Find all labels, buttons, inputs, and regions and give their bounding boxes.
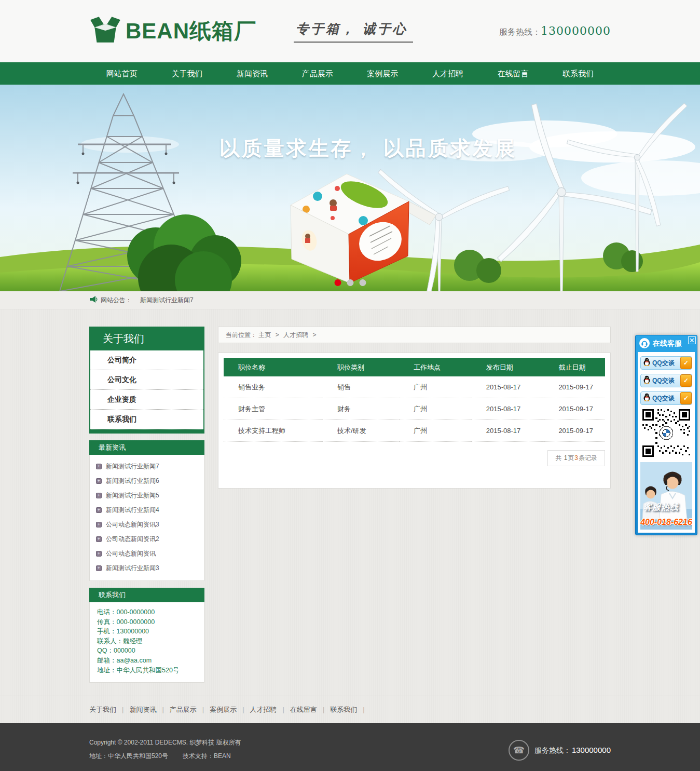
news-list-item[interactable]: 公司动态新闻资讯 bbox=[90, 546, 204, 561]
sidebar-item-company-culture[interactable]: 公司文化 bbox=[90, 370, 203, 390]
announcement-bar: 网站公告： 新闻测试行业新闻7 bbox=[0, 291, 700, 309]
plus-icon bbox=[96, 464, 102, 469]
service-hotline-number: 400-018-6216 bbox=[640, 518, 692, 527]
foot-link-news[interactable]: 新闻资讯 bbox=[129, 706, 156, 713]
qq-chat-button[interactable]: QQ交谈 bbox=[640, 391, 692, 405]
page-count: 1 bbox=[564, 454, 568, 462]
sidebar-item-company-profile[interactable]: 公司简介 bbox=[90, 350, 203, 370]
speaker-icon bbox=[89, 296, 98, 305]
contact-qq: QQ：000000 bbox=[97, 646, 197, 656]
logo-text: BEAN纸箱厂 bbox=[126, 17, 256, 46]
slider-dot-1[interactable] bbox=[334, 279, 341, 286]
jobs-col-location: 工作地点 bbox=[399, 358, 472, 376]
sidebar-item-contact-us[interactable]: 联系我们 bbox=[90, 410, 203, 429]
footer-separator: | bbox=[242, 706, 244, 713]
online-service-panel: 在线客服 QQ交谈 bbox=[635, 335, 697, 535]
news-list-item[interactable]: 新闻测试行业新闻7 bbox=[90, 459, 204, 474]
foot-link-guestbook[interactable]: 在线留言 bbox=[290, 706, 317, 713]
contact-person: 联系人：魏经理 bbox=[97, 637, 197, 646]
hotline-number: 130000000 bbox=[541, 24, 611, 37]
breadcrumb-separator: > bbox=[276, 331, 279, 339]
jobs-col-deadline: 截止日期 bbox=[544, 358, 605, 376]
banner-headline: 以质量求生存， 以品质求发展 bbox=[0, 134, 700, 163]
nav-item-news[interactable]: 新闻资讯 bbox=[219, 62, 285, 85]
header-hotline: 服务热线： 130000000 bbox=[499, 24, 611, 38]
foot-link-cases[interactable]: 案例展示 bbox=[210, 706, 237, 713]
footer-hotline-number: 130000000 bbox=[572, 746, 611, 754]
contact-phone: 电话：000-0000000 bbox=[97, 607, 197, 617]
service-panel-title: 在线客服 bbox=[653, 339, 682, 348]
contact-fax: 传真：000-0000000 bbox=[97, 617, 197, 627]
banner-illustration bbox=[0, 85, 700, 291]
slider-dot-3[interactable] bbox=[359, 279, 366, 286]
nav-item-contact[interactable]: 联系我们 bbox=[545, 62, 611, 85]
site-logo[interactable]: BEAN纸箱厂 bbox=[89, 16, 256, 47]
foot-link-about[interactable]: 关于我们 bbox=[89, 706, 116, 713]
plus-icon bbox=[96, 536, 102, 542]
contact-email: 邮箱：aa@aa.com bbox=[97, 656, 197, 666]
news-list-item[interactable]: 新闻测试行业新闻5 bbox=[90, 488, 204, 503]
footer-support: 技术支持：BEAN bbox=[183, 752, 231, 760]
jobs-col-title: 职位名称 bbox=[224, 358, 323, 376]
announcement-link[interactable]: 新闻测试行业新闻7 bbox=[140, 296, 194, 305]
qq-chat-label: QQ交谈 bbox=[652, 359, 675, 368]
plus-icon bbox=[96, 565, 102, 571]
foot-link-contact[interactable]: 联系我们 bbox=[330, 706, 357, 713]
news-list-item[interactable]: 公司动态新闻资讯3 bbox=[90, 517, 204, 532]
main-area: 关于我们 公司简介 公司文化 企业资质 联系我们 最新资讯 新闻测试行业新闻7 … bbox=[0, 309, 700, 696]
news-list-item[interactable]: 新闻测试行业新闻6 bbox=[90, 474, 204, 488]
nav-item-home[interactable]: 网站首页 bbox=[89, 62, 155, 85]
qq-penguin-icon bbox=[643, 393, 651, 403]
qq-verified-badge-icon bbox=[680, 392, 692, 404]
footer-hotline-label: 服务热线： bbox=[534, 746, 571, 755]
qr-code bbox=[642, 409, 690, 457]
foot-link-products[interactable]: 产品展示 bbox=[170, 706, 197, 713]
breadcrumb-home[interactable]: 主页 bbox=[258, 331, 271, 339]
headset-icon bbox=[639, 338, 650, 350]
nav-item-jobs[interactable]: 人才招聘 bbox=[415, 62, 481, 85]
hero-banner: 以质量求生存， 以品质求发展 bbox=[0, 85, 700, 291]
nav-item-cases[interactable]: 案例展示 bbox=[350, 62, 416, 85]
about-box: 关于我们 公司简介 公司文化 企业资质 联系我们 bbox=[89, 327, 204, 434]
pagination: 共 1页3条记录 bbox=[224, 450, 605, 466]
qq-penguin-icon bbox=[643, 375, 651, 386]
jobs-table: 职位名称 职位类别 工作地点 发布日期 截止日期 销售业务 销售 广州 2015 bbox=[224, 358, 605, 442]
slider-dot-2[interactable] bbox=[347, 279, 353, 286]
qq-chat-button[interactable]: QQ交谈 bbox=[640, 356, 692, 370]
plus-icon bbox=[96, 493, 102, 498]
table-row: 技术支持工程师 技术/研发 广州 2015-08-17 2015-09-17 bbox=[224, 420, 605, 442]
footer-separator: | bbox=[162, 706, 163, 713]
foot-link-jobs[interactable]: 人才招聘 bbox=[250, 706, 277, 713]
news-list-item[interactable]: 新闻测试行业新闻4 bbox=[90, 503, 204, 517]
jobs-col-category: 职位类别 bbox=[323, 358, 399, 376]
record-count: 3 bbox=[574, 454, 578, 462]
close-icon[interactable] bbox=[688, 336, 696, 344]
sidebar-item-qualifications[interactable]: 企业资质 bbox=[90, 390, 203, 410]
site-header: BEAN纸箱厂 专于箱， 诚于心 服务热线： 130000000 bbox=[0, 0, 700, 62]
announcement-label: 网站公告： bbox=[101, 296, 132, 305]
nav-item-about[interactable]: 关于我们 bbox=[155, 62, 220, 85]
footer-separator: | bbox=[323, 706, 324, 713]
nav-item-guestbook[interactable]: 在线留言 bbox=[481, 62, 546, 85]
contact-address: 地址：中华人民共和国520号 bbox=[97, 666, 197, 675]
footer-separator: | bbox=[202, 706, 204, 713]
plus-icon bbox=[96, 478, 102, 484]
contact-box: 联系我们 电话：000-0000000 传真：000-0000000 手机：13… bbox=[89, 588, 204, 683]
news-list-item[interactable]: 公司动态新闻资讯2 bbox=[90, 532, 204, 546]
plus-icon bbox=[96, 522, 102, 527]
footer-separator: | bbox=[283, 706, 284, 713]
jobs-header-row: 职位名称 职位类别 工作地点 发布日期 截止日期 bbox=[224, 358, 605, 376]
latest-news-box: 最新资讯 新闻测试行业新闻7 新闻测试行业新闻6 新闻测试行业新闻5 新闻测试行… bbox=[89, 440, 204, 581]
breadcrumb-current[interactable]: 人才招聘 bbox=[283, 331, 308, 339]
main-nav: 网站首页 关于我们 新闻资讯 产品展示 案例展示 人才招聘 在线留言 联系我们 bbox=[0, 62, 700, 85]
plus-icon bbox=[96, 551, 102, 557]
qq-chat-label: QQ交谈 bbox=[652, 394, 675, 403]
breadcrumb-separator: > bbox=[312, 331, 316, 339]
qq-chat-button[interactable]: QQ交谈 bbox=[640, 374, 692, 387]
nav-item-products[interactable]: 产品展示 bbox=[285, 62, 350, 85]
page-footer: Copyright © 2002-2011 DEDECMS. 织梦科技 版权所有… bbox=[0, 723, 700, 771]
jobs-panel: 职位名称 职位类别 工作地点 发布日期 截止日期 销售业务 销售 广州 2015 bbox=[218, 353, 611, 489]
latest-news-title: 最新资讯 bbox=[89, 440, 204, 455]
news-list-item[interactable]: 新闻测试行业新闻3 bbox=[90, 561, 204, 575]
qq-chat-label: QQ交谈 bbox=[652, 376, 675, 385]
